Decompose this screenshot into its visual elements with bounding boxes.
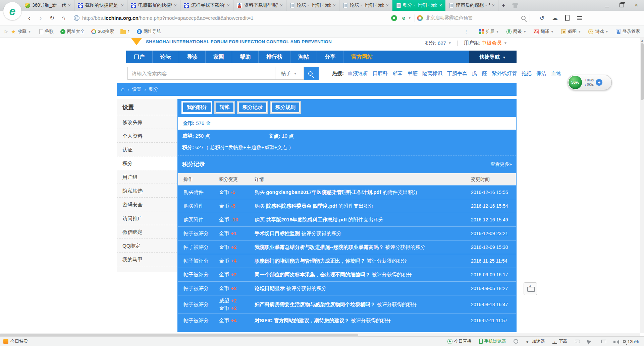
sidebar-item-微信绑定[interactable]: 微信绑定 xyxy=(117,225,177,239)
search-type-select[interactable]: 帖子 xyxy=(275,67,304,80)
nav-item[interactable]: 帮助 xyxy=(232,51,258,63)
add-widget-button[interactable]: + xyxy=(596,79,602,86)
extension-e-icon[interactable] xyxy=(400,15,407,21)
horizontal-scrollbar[interactable] xyxy=(0,333,640,336)
close-tab-icon[interactable]: × xyxy=(491,3,495,8)
scrollbar-thumb[interactable] xyxy=(0,334,358,336)
sidebar-item-用户组[interactable]: 用户组 xyxy=(117,170,177,184)
close-tab-icon[interactable]: × xyxy=(67,3,71,8)
sidebar-item-积分[interactable]: 积分 xyxy=(117,156,177,170)
browser-tab[interactable]: 论坛 - 上海国际医× xyxy=(339,0,392,11)
quick-nav-button[interactable]: 快捷导航 xyxy=(469,51,517,63)
detail-title-link[interactable]: 对SIFIC 官方网站的建议，期待您的建议？ xyxy=(255,318,350,323)
send-to-phone-icon[interactable] xyxy=(565,15,570,21)
bookmark-item[interactable]: 收藏 xyxy=(11,28,33,34)
back-to-top-button[interactable] xyxy=(524,282,537,295)
address-input[interactable]: http://bbs.icchina.org.cn/home.php?mod=s… xyxy=(74,13,413,23)
close-tab-icon[interactable]: × xyxy=(332,3,336,8)
statusbar-item-手机浏览器[interactable]: 手机浏览器 xyxy=(479,338,506,344)
close-tab-icon[interactable]: × xyxy=(439,3,443,8)
bookmark-item[interactable]: 360搜索 xyxy=(91,28,114,34)
search-submit-button[interactable] xyxy=(304,67,319,80)
detail-title-link[interactable]: 手术切口目标性监测 xyxy=(255,230,300,236)
browser-tab[interactable]: 电脑截屏的快捷键× xyxy=(127,0,180,11)
credit-tab[interactable]: 积分记录 xyxy=(237,101,268,114)
hot-search-word[interactable]: 拖把 xyxy=(522,70,532,77)
hot-search-word[interactable]: 丁腈手套 xyxy=(447,70,467,77)
bookmark-item[interactable]: 1 xyxy=(120,29,130,34)
chevron-down-icon[interactable] xyxy=(448,41,451,45)
close-tab-icon[interactable]: × xyxy=(120,3,124,8)
sidebar-item-我的马甲[interactable]: 我的马甲 xyxy=(117,253,177,266)
view-more-link[interactable]: 查看更多» xyxy=(490,161,512,167)
scrollbar-thumb[interactable] xyxy=(641,43,644,100)
credit-tab[interactable]: 我的积分 xyxy=(181,101,212,114)
nav-item[interactable]: 家园 xyxy=(205,51,232,63)
home-button[interactable]: ⌂ xyxy=(58,14,69,22)
vertical-scrollbar[interactable] xyxy=(640,38,644,333)
skin-theme-icon[interactable] xyxy=(512,3,519,8)
forward-button[interactable]: › xyxy=(35,14,46,22)
credit-tab[interactable]: 转帐 xyxy=(214,101,235,114)
statusbar-item-下载[interactable]: 下载 xyxy=(552,338,568,344)
home-icon[interactable] xyxy=(121,86,124,93)
toolbar-item[interactable]: 翻译 xyxy=(534,28,555,34)
browser-tab[interactable]: 评审后的感想 - 等× xyxy=(445,0,498,11)
hot-search-word[interactable]: 隔离标识 xyxy=(422,70,442,77)
close-tab-icon[interactable]: × xyxy=(385,3,389,8)
close-window-button[interactable] xyxy=(629,0,644,11)
detail-title-link[interactable]: 论坛日期显示 xyxy=(255,285,285,291)
breadcrumb-link[interactable]: 设置 xyxy=(132,86,142,92)
scroll-up-arrow-icon[interactable] xyxy=(640,38,644,42)
browser-tab[interactable]: 积分 - 上海国际医× xyxy=(392,0,445,11)
close-tab-icon[interactable]: × xyxy=(279,3,283,8)
detail-title-link[interactable]: gongxiangban2017年医院感染管理科工作计划.pdf xyxy=(266,189,381,195)
bookmark-item[interactable]: 网址导航 xyxy=(137,28,161,34)
detail-title-link[interactable]: 我院职业暴露总结分析与改进措施--您院的职业暴露高吗？ xyxy=(255,244,384,250)
reload-button[interactable]: ↻ xyxy=(46,14,58,21)
toolbar-item[interactable]: 扩展 xyxy=(479,28,500,34)
minimize-button[interactable] xyxy=(600,0,614,11)
sidebar-item-访问推广[interactable]: 访问推广 xyxy=(117,211,177,225)
hot-search-word[interactable]: 保洁 xyxy=(536,70,546,77)
hot-search-word[interactable]: 血透 xyxy=(551,70,561,77)
close-tab-icon[interactable]: × xyxy=(226,3,230,8)
credit-value[interactable]: 627 xyxy=(438,40,446,46)
hot-search-word[interactable]: 戊二醛 xyxy=(472,70,487,77)
browser-tab[interactable]: 资料下载哪里呢我× xyxy=(233,0,286,11)
browser-tab[interactable]: 论坛 - 上海国际医× xyxy=(286,0,339,11)
toolbar-item[interactable]: 截图 xyxy=(561,28,583,34)
toolbar-item[interactable]: 登录管家 xyxy=(616,28,640,34)
sidebar-item-认证[interactable]: 认证 xyxy=(117,143,177,156)
snapshot-icon[interactable] xyxy=(391,15,397,21)
nav-item[interactable]: 导读 xyxy=(179,51,205,63)
chevron-down-icon[interactable] xyxy=(504,41,507,45)
new-tab-button[interactable] xyxy=(498,2,508,9)
detail-title-link[interactable]: 同一个部位的两次标本采集，会出现不同的细菌吗？ xyxy=(255,272,370,277)
nav-item[interactable]: 官方网站 xyxy=(343,51,380,63)
statusbar-item[interactable] xyxy=(514,339,518,344)
nav-item[interactable]: 淘帖 xyxy=(290,51,317,63)
chevron-down-icon[interactable] xyxy=(409,16,411,20)
usergroup-value[interactable]: 中级会员 xyxy=(482,40,502,46)
statusbar-item-今日直播[interactable]: 今日直播 xyxy=(447,338,472,344)
hot-search-word[interactable]: 邻苯二甲醛 xyxy=(392,70,418,77)
browser-tab[interactable]: 截图的快捷键是什× xyxy=(74,0,127,11)
credit-tab[interactable]: 积分规则 xyxy=(270,101,301,114)
browser-tab[interactable]: 360导航_新一代安× xyxy=(21,0,74,11)
statusbar-item-125%[interactable]: 125% xyxy=(623,339,639,344)
nav-item[interactable]: 门户 xyxy=(126,51,152,63)
bookmark-item[interactable]: 谷歌 xyxy=(39,28,54,34)
search-input[interactable] xyxy=(127,67,275,80)
maximize-button[interactable] xyxy=(614,0,629,11)
cloud-sync-icon[interactable] xyxy=(552,14,558,22)
hot-search-word[interactable]: 紫外线灯管 xyxy=(492,70,517,77)
browser-search-box[interactable]: 北京启动雾霾红色预警 xyxy=(417,13,528,23)
hot-search-word[interactable]: 口腔科 xyxy=(373,70,388,77)
hot-search-word[interactable]: 血液透析 xyxy=(348,70,368,77)
statusbar-item[interactable] xyxy=(601,340,606,343)
collapse-bookmarks-icon[interactable] xyxy=(5,29,8,34)
network-speed-widget[interactable]: 56% 0K/s 0K/s + xyxy=(568,75,612,90)
toolbar-item[interactable]: 游戏 xyxy=(588,28,610,34)
detail-title-link[interactable]: 共享版2016年度院感科工作总结.pdf xyxy=(266,217,347,222)
